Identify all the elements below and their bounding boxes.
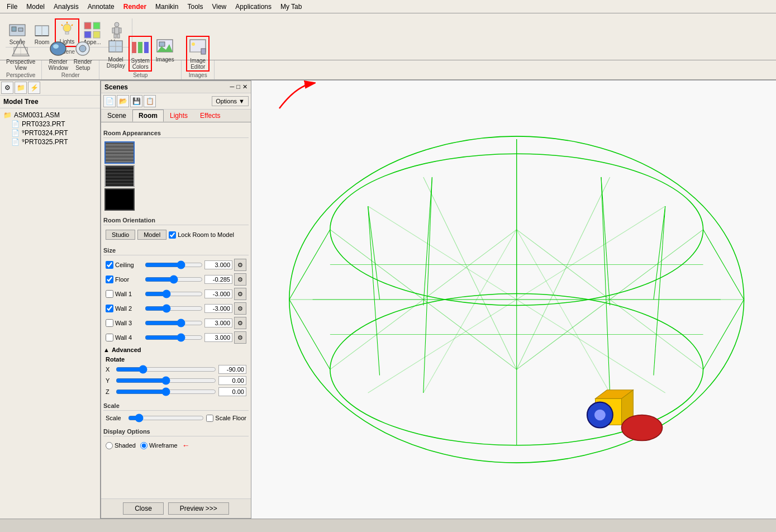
lock-room-label[interactable]: Lock Room to Model [169, 231, 234, 239]
rotate-z-slider[interactable] [116, 388, 216, 396]
tree-toggle-btn[interactable]: ⚙ [1, 82, 13, 94]
model-tree-items: 📁 ASM0031.ASM 📄 PRT0323.PRT 📄 ⁹PRT0324.P… [0, 108, 100, 519]
menu-applications[interactable]: Applications [231, 2, 276, 12]
rotate-y-row: Y [106, 375, 246, 386]
tree-asm0031[interactable]: 📁 ASM0031.ASM [2, 111, 98, 120]
wall1-slider[interactable] [145, 290, 203, 298]
scenes-save-btn[interactable]: 💾 [130, 95, 142, 107]
ceiling-checkbox[interactable] [106, 261, 113, 269]
scale-floor-label[interactable]: Scale Floor [206, 415, 246, 422]
render-window-button[interactable]: RenderWindow [46, 38, 70, 72]
tab-lights[interactable]: Lights [164, 110, 194, 122]
tab-effects[interactable]: Effects [194, 110, 226, 122]
tree-prt0323[interactable]: 📄 PRT0323.PRT [2, 120, 98, 129]
ceiling-label: Ceiling [115, 262, 143, 268]
menu-render[interactable]: Render [119, 2, 151, 12]
wall3-value[interactable] [204, 319, 232, 327]
rotate-y-value[interactable] [218, 376, 246, 385]
rotate-x-value[interactable] [218, 365, 246, 374]
svg-point-15 [115, 22, 119, 27]
wall3-checkbox[interactable] [106, 319, 113, 327]
wall3-btn[interactable]: ⚙ [234, 317, 246, 329]
svg-line-44 [289, 300, 330, 369]
ceiling-btn[interactable]: ⚙ [234, 259, 246, 271]
scale-label: Scale [106, 415, 126, 421]
scenes-tabs: Scene Room Lights Effects [101, 110, 251, 122]
ceiling-value[interactable] [204, 260, 232, 269]
scenes-options-btn[interactable]: Options ▼ [212, 96, 249, 106]
close-button[interactable]: Close [123, 502, 164, 515]
scenes-close-btn[interactable]: ✕ [242, 83, 247, 91]
rotate-x-slider[interactable] [116, 365, 216, 373]
wall4-checkbox[interactable] [106, 334, 113, 341]
wall2-value[interactable] [204, 304, 232, 313]
wall1-value[interactable] [204, 289, 232, 298]
wall3-slider[interactable] [145, 319, 203, 327]
rotate-y-slider[interactable] [116, 377, 216, 384]
scale-floor-checkbox[interactable] [206, 415, 213, 422]
scenes-panel: Scenes ─ □ ✕ 📄 📂 💾 📋 Options ▼ Scene Roo… [101, 80, 251, 519]
advanced-header[interactable]: ▲ Advanced [103, 345, 249, 355]
rotate-y-axis-label: Y [106, 377, 113, 384]
model-display-button[interactable]: ModelDisplay [104, 36, 127, 72]
wall4-slider[interactable] [145, 334, 203, 341]
menu-analysis[interactable]: Analysis [49, 2, 83, 12]
tree-new-btn[interactable]: 📁 [15, 82, 27, 94]
menu-annotate[interactable]: Annotate [83, 2, 119, 12]
wall1-checkbox[interactable] [106, 290, 113, 298]
studio-btn[interactable]: Studio [106, 230, 135, 240]
ribbon-render-group: RenderWindow RenderSetup Render [42, 60, 99, 79]
scenes-maximize-btn[interactable]: □ [236, 83, 240, 91]
tab-scene[interactable]: Scene [101, 110, 132, 122]
ribbon-perspective-group: PerspectiveView Perspective [0, 60, 42, 79]
shaded-option[interactable]: Shaded [106, 442, 136, 449]
scenes-minimize-btn[interactable]: ─ [230, 83, 235, 91]
perspective-view-button[interactable]: PerspectiveView [4, 36, 37, 72]
tree-prt0325[interactable]: 📄 ⁹PRT0325.PRT [2, 137, 98, 146]
menu-view[interactable]: View [207, 2, 231, 12]
menu-tools[interactable]: Tools [183, 2, 207, 12]
wall4-btn[interactable]: ⚙ [234, 331, 246, 344]
viewport [251, 80, 776, 519]
wall2-btn[interactable]: ⚙ [234, 302, 246, 315]
wall2-slider[interactable] [145, 305, 203, 312]
tree-prt0324[interactable]: 📄 ⁹PRT0324.PRT [2, 129, 98, 137]
scenes-new-btn[interactable]: 📄 [103, 95, 116, 107]
wall2-checkbox[interactable] [106, 305, 113, 312]
wall4-value[interactable] [204, 333, 232, 342]
menu-file[interactable]: File [2, 2, 22, 12]
wall1-btn[interactable]: ⚙ [234, 288, 246, 300]
svg-line-45 [289, 230, 330, 300]
model-btn[interactable]: Model [137, 230, 166, 240]
orientation-row: Studio Model Lock Room to Model [106, 227, 246, 242]
scenes-open-btn[interactable]: 📂 [117, 95, 129, 107]
render-setup-button[interactable]: RenderSetup [71, 38, 94, 72]
menu-mytab[interactable]: My Tab [276, 2, 306, 12]
scale-section: Scale Scale Floor [103, 413, 249, 423]
tab-room[interactable]: Room [132, 110, 164, 122]
ceiling-slider[interactable] [145, 261, 203, 269]
appearance-thumb-1[interactable] [104, 165, 135, 187]
system-colors-button[interactable]: SystemColors [128, 36, 152, 72]
wireframe-radio[interactable] [140, 442, 147, 449]
menu-model[interactable]: Model [22, 2, 49, 12]
rotate-z-value[interactable] [218, 387, 246, 396]
image-editor-button[interactable]: ImageEditor [186, 36, 210, 72]
tree-settings-btn[interactable]: ⚡ [28, 82, 40, 94]
floor-btn[interactable]: ⚙ [234, 273, 246, 286]
floor-slider[interactable] [145, 276, 203, 283]
floor-value[interactable] [204, 275, 232, 284]
preview-button[interactable]: Preview >>> [168, 502, 229, 515]
wireframe-option[interactable]: Wireframe [140, 442, 178, 449]
scenes-copy-btn[interactable]: 📋 [144, 95, 156, 107]
appearance-thumb-0[interactable] [104, 141, 135, 164]
appearance-thumb-2[interactable] [104, 188, 135, 211]
floor-checkbox[interactable] [106, 276, 113, 283]
scenes-toolbar: 📄 📂 💾 📋 Options ▼ [101, 93, 251, 110]
shaded-radio[interactable] [106, 442, 113, 449]
menu-manikin[interactable]: Manikin [151, 2, 183, 12]
lock-room-checkbox[interactable] [169, 231, 176, 239]
svg-rect-12 [93, 22, 100, 29]
scale-slider[interactable] [128, 414, 204, 422]
images-button[interactable]: Images [153, 36, 177, 72]
